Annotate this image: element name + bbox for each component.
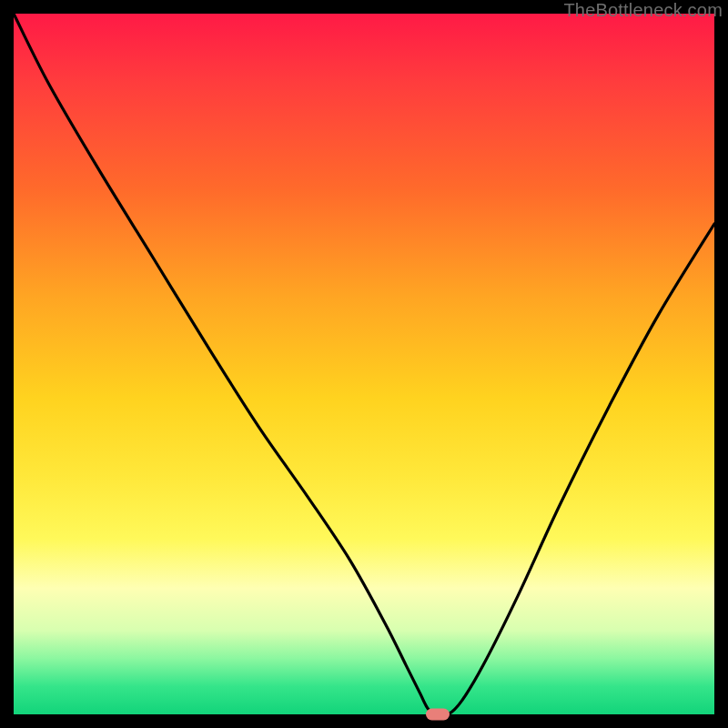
curve-path [14,14,714,716]
optimal-marker [426,709,450,721]
watermark-text: TheBottleneck.com [563,0,723,21]
bottleneck-curve [14,14,714,714]
chart-plot-area [14,14,714,714]
chart-stage: TheBottleneck.com [0,0,728,728]
